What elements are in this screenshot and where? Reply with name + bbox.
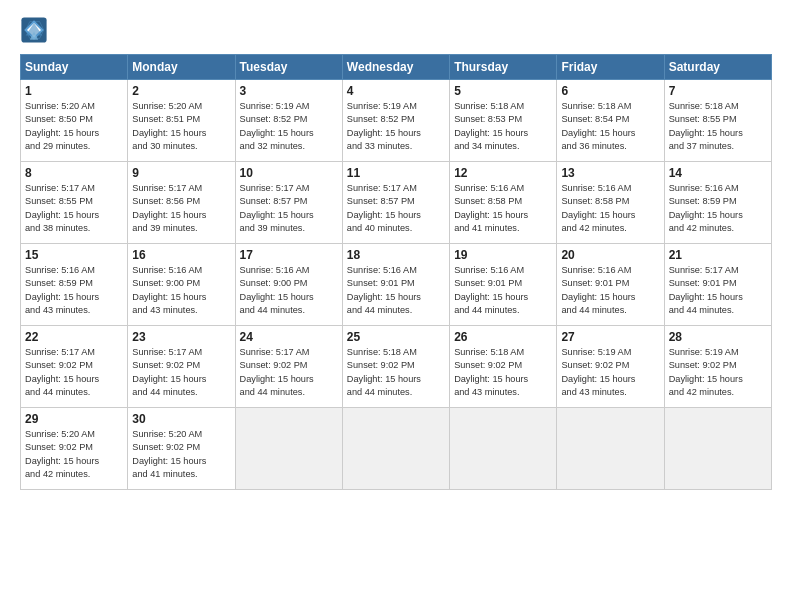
day-number: 28 (669, 330, 767, 344)
sunset-label: Sunset: 8:58 PM (561, 196, 629, 206)
header-monday: Monday (128, 55, 235, 80)
calendar-day: 20 Sunrise: 5:16 AM Sunset: 9:01 PM Dayl… (557, 244, 664, 326)
sunrise-label: Sunrise: 5:16 AM (132, 265, 202, 275)
daylight-minutes: and 44 minutes. (25, 387, 90, 397)
day-info: Sunrise: 5:20 AM Sunset: 9:02 PM Dayligh… (25, 428, 123, 481)
header-tuesday: Tuesday (235, 55, 342, 80)
day-info: Sunrise: 5:18 AM Sunset: 8:54 PM Dayligh… (561, 100, 659, 153)
day-info: Sunrise: 5:19 AM Sunset: 8:52 PM Dayligh… (347, 100, 445, 153)
day-number: 14 (669, 166, 767, 180)
day-info: Sunrise: 5:16 AM Sunset: 9:00 PM Dayligh… (132, 264, 230, 317)
daylight-minutes: and 34 minutes. (454, 141, 519, 151)
daylight-label: Daylight: 15 hours (240, 210, 314, 220)
day-info: Sunrise: 5:20 AM Sunset: 8:51 PM Dayligh… (132, 100, 230, 153)
daylight-label: Daylight: 15 hours (561, 128, 635, 138)
daylight-minutes: and 43 minutes. (25, 305, 90, 315)
day-number: 29 (25, 412, 123, 426)
daylight-label: Daylight: 15 hours (240, 374, 314, 384)
daylight-label: Daylight: 15 hours (132, 456, 206, 466)
day-info: Sunrise: 5:16 AM Sunset: 8:58 PM Dayligh… (561, 182, 659, 235)
sunset-label: Sunset: 8:55 PM (669, 114, 737, 124)
sunset-label: Sunset: 9:02 PM (132, 360, 200, 370)
sunrise-label: Sunrise: 5:18 AM (561, 101, 631, 111)
daylight-minutes: and 42 minutes. (669, 387, 734, 397)
calendar-day: 4 Sunrise: 5:19 AM Sunset: 8:52 PM Dayli… (342, 80, 449, 162)
day-number: 20 (561, 248, 659, 262)
calendar-day (557, 408, 664, 490)
calendar-day: 17 Sunrise: 5:16 AM Sunset: 9:00 PM Dayl… (235, 244, 342, 326)
sunrise-label: Sunrise: 5:19 AM (240, 101, 310, 111)
daylight-label: Daylight: 15 hours (132, 374, 206, 384)
sunrise-label: Sunrise: 5:17 AM (132, 183, 202, 193)
daylight-label: Daylight: 15 hours (347, 128, 421, 138)
calendar-day (664, 408, 771, 490)
sunset-label: Sunset: 8:58 PM (454, 196, 522, 206)
sunrise-label: Sunrise: 5:18 AM (454, 347, 524, 357)
day-info: Sunrise: 5:16 AM Sunset: 8:59 PM Dayligh… (669, 182, 767, 235)
calendar-day: 28 Sunrise: 5:19 AM Sunset: 9:02 PM Dayl… (664, 326, 771, 408)
daylight-label: Daylight: 15 hours (669, 210, 743, 220)
day-info: Sunrise: 5:17 AM Sunset: 9:02 PM Dayligh… (25, 346, 123, 399)
daylight-minutes: and 44 minutes. (347, 305, 412, 315)
day-info: Sunrise: 5:20 AM Sunset: 8:50 PM Dayligh… (25, 100, 123, 153)
day-info: Sunrise: 5:18 AM Sunset: 8:53 PM Dayligh… (454, 100, 552, 153)
calendar-day (450, 408, 557, 490)
sunset-label: Sunset: 8:52 PM (240, 114, 308, 124)
day-number: 18 (347, 248, 445, 262)
calendar-day: 5 Sunrise: 5:18 AM Sunset: 8:53 PM Dayli… (450, 80, 557, 162)
daylight-minutes: and 44 minutes. (240, 387, 305, 397)
sunrise-label: Sunrise: 5:18 AM (454, 101, 524, 111)
daylight-label: Daylight: 15 hours (454, 128, 528, 138)
daylight-label: Daylight: 15 hours (25, 292, 99, 302)
day-info: Sunrise: 5:17 AM Sunset: 8:57 PM Dayligh… (240, 182, 338, 235)
page: Sunday Monday Tuesday Wednesday Thursday… (0, 0, 792, 612)
sunrise-label: Sunrise: 5:20 AM (25, 101, 95, 111)
calendar-week-row: 29 Sunrise: 5:20 AM Sunset: 9:02 PM Dayl… (21, 408, 772, 490)
day-info: Sunrise: 5:17 AM Sunset: 8:55 PM Dayligh… (25, 182, 123, 235)
sunset-label: Sunset: 9:02 PM (240, 360, 308, 370)
calendar-day: 24 Sunrise: 5:17 AM Sunset: 9:02 PM Dayl… (235, 326, 342, 408)
daylight-minutes: and 41 minutes. (132, 469, 197, 479)
day-number: 27 (561, 330, 659, 344)
daylight-minutes: and 42 minutes. (561, 223, 626, 233)
sunrise-label: Sunrise: 5:16 AM (347, 265, 417, 275)
calendar-day: 16 Sunrise: 5:16 AM Sunset: 9:00 PM Dayl… (128, 244, 235, 326)
sunset-label: Sunset: 9:02 PM (347, 360, 415, 370)
daylight-label: Daylight: 15 hours (454, 210, 528, 220)
daylight-minutes: and 30 minutes. (132, 141, 197, 151)
sunset-label: Sunset: 9:01 PM (347, 278, 415, 288)
sunset-label: Sunset: 9:01 PM (454, 278, 522, 288)
daylight-minutes: and 43 minutes. (132, 305, 197, 315)
day-info: Sunrise: 5:17 AM Sunset: 8:57 PM Dayligh… (347, 182, 445, 235)
calendar-day: 9 Sunrise: 5:17 AM Sunset: 8:56 PM Dayli… (128, 162, 235, 244)
day-number: 13 (561, 166, 659, 180)
sunset-label: Sunset: 9:01 PM (669, 278, 737, 288)
day-number: 8 (25, 166, 123, 180)
day-info: Sunrise: 5:20 AM Sunset: 9:02 PM Dayligh… (132, 428, 230, 481)
sunset-label: Sunset: 8:57 PM (240, 196, 308, 206)
sunrise-label: Sunrise: 5:19 AM (347, 101, 417, 111)
sunrise-label: Sunrise: 5:17 AM (669, 265, 739, 275)
daylight-minutes: and 36 minutes. (561, 141, 626, 151)
sunrise-label: Sunrise: 5:20 AM (25, 429, 95, 439)
daylight-minutes: and 32 minutes. (240, 141, 305, 151)
sunset-label: Sunset: 8:59 PM (669, 196, 737, 206)
sunrise-label: Sunrise: 5:20 AM (132, 429, 202, 439)
sunrise-label: Sunrise: 5:18 AM (347, 347, 417, 357)
day-number: 17 (240, 248, 338, 262)
day-number: 4 (347, 84, 445, 98)
calendar-day: 18 Sunrise: 5:16 AM Sunset: 9:01 PM Dayl… (342, 244, 449, 326)
daylight-label: Daylight: 15 hours (240, 292, 314, 302)
sunset-label: Sunset: 9:02 PM (561, 360, 629, 370)
day-info: Sunrise: 5:16 AM Sunset: 8:59 PM Dayligh… (25, 264, 123, 317)
sunrise-label: Sunrise: 5:16 AM (25, 265, 95, 275)
calendar-day: 13 Sunrise: 5:16 AM Sunset: 8:58 PM Dayl… (557, 162, 664, 244)
daylight-label: Daylight: 15 hours (454, 374, 528, 384)
day-info: Sunrise: 5:16 AM Sunset: 8:58 PM Dayligh… (454, 182, 552, 235)
daylight-label: Daylight: 15 hours (132, 210, 206, 220)
day-info: Sunrise: 5:16 AM Sunset: 9:01 PM Dayligh… (561, 264, 659, 317)
daylight-minutes: and 39 minutes. (132, 223, 197, 233)
daylight-label: Daylight: 15 hours (25, 374, 99, 384)
sunset-label: Sunset: 9:02 PM (669, 360, 737, 370)
sunrise-label: Sunrise: 5:17 AM (240, 347, 310, 357)
